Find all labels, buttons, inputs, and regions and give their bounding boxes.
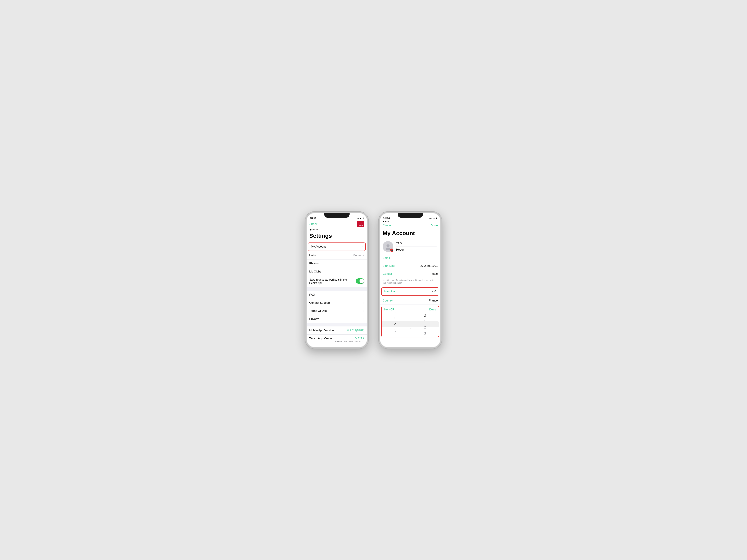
wifi-icon-1: ▲ [360, 217, 362, 220]
wifi-icon-2: ▲ [433, 217, 435, 220]
account-content: 📷 Email Birth Date 23 June 1991 [380, 239, 440, 347]
my-account-label: My Account [311, 245, 362, 248]
save-rounds-toggle[interactable] [356, 278, 364, 284]
picker-column-right[interactable]: 0 1 2 3 [411, 312, 439, 336]
watch-app-version-row: Watch App Version V 2.9.2 Fetched the 28… [307, 335, 367, 345]
terms-label: Terms Of Use [309, 309, 364, 313]
mobile-version-value: V 2.2.2(5989) [347, 329, 364, 332]
svg-text:TAG: TAG [359, 222, 362, 224]
cancel-button[interactable]: Cancel [383, 224, 391, 227]
save-rounds-label: Save rounds as workouts in the Health Ap… [309, 278, 355, 285]
settings-screen: ‹ Back TAG HEUER ◀ Search Settings My Ac… [307, 221, 367, 347]
my-clubs-row[interactable]: My Clubs › [307, 268, 367, 276]
picker-column-left[interactable]: 1 2 3 4 5 6 7 [382, 312, 409, 336]
no-hcp-button[interactable]: No HCP [384, 308, 394, 311]
account-done-button[interactable]: Done [431, 224, 438, 227]
battery-icon-1: ▮ [363, 217, 364, 220]
country-value: France [429, 299, 438, 302]
notch [324, 213, 350, 218]
email-field-row[interactable]: Email [380, 254, 440, 262]
status-time-1: 13:51 [310, 217, 316, 220]
avatar-icon [385, 243, 391, 250]
last-name-input[interactable] [396, 248, 437, 251]
privacy-label: Privacy [309, 317, 364, 321]
avatar-container[interactable]: 📷 [383, 241, 393, 252]
battery-icon-2: ▮ [436, 217, 437, 220]
picker-comma-separator: , [409, 325, 411, 330]
save-rounds-row[interactable]: Save rounds as workouts in the Health Ap… [307, 276, 367, 287]
phone-2: 15:04 ▪▪▪▪ ▲ ▮ ◀ Search Cancel Done My A… [379, 212, 442, 349]
contact-support-row[interactable]: Contact Support › [307, 299, 367, 307]
units-value-wrap: Metres ▾ [353, 254, 364, 257]
back-button[interactable]: ‹ Back [309, 222, 317, 226]
privacy-row[interactable]: Privacy › [307, 315, 367, 323]
first-name-input[interactable] [396, 242, 437, 245]
account-screen: ◀ Search Cancel Done My Account 📷 [380, 221, 440, 347]
back-chevron-icon: ‹ [309, 222, 310, 226]
players-label: Players [309, 262, 364, 265]
faq-chevron-icon: › [364, 293, 364, 296]
birth-date-value: 23 June 1991 [420, 264, 438, 268]
svg-rect-0 [357, 221, 364, 227]
my-account-chevron-icon: › [362, 245, 363, 248]
picker-item-3: 3 [382, 315, 409, 321]
handicap-row[interactable]: Handicap 4.0 [381, 287, 439, 296]
section-gap-2 [307, 323, 367, 327]
privacy-chevron-icon: › [364, 317, 364, 321]
birth-date-label: Birth Date [383, 264, 395, 268]
my-clubs-chevron-icon: › [364, 270, 364, 273]
watch-version-sublabel: Fetched the 28/06/2022 13:51 [335, 340, 364, 342]
signal-icon-1: ▪▪▪ [357, 217, 359, 220]
faq-row[interactable]: FAQ › [307, 291, 367, 299]
picker-item-4-selected: 4 [382, 321, 409, 327]
picker-header: No HCP Done [382, 307, 439, 312]
contact-support-label: Contact Support [309, 301, 364, 305]
picker-decimal-2: 2 [411, 324, 439, 330]
watch-version-value: V 2.9.2 [355, 337, 364, 340]
my-account-row[interactable]: My Account › [308, 243, 366, 251]
status-icons-2: ▪▪▪▪ ▲ ▮ [429, 217, 437, 220]
units-row[interactable]: Units Metres ▾ [307, 252, 367, 260]
avatar-camera-icon[interactable]: 📷 [390, 249, 393, 252]
watch-version-label: Watch App Version [309, 337, 335, 340]
country-row[interactable]: Country France [380, 297, 440, 305]
picker-item-6: 6 [382, 333, 409, 336]
picker-decimal-3: 3 [411, 330, 439, 336]
handicap-picker[interactable]: No HCP Done 1 2 3 4 5 6 7 , [381, 306, 439, 337]
nav-bar-1: ‹ Back TAG HEUER [307, 221, 367, 228]
units-label: Units [309, 254, 353, 257]
settings-content: Settings My Account › Units Metres ▾ Pla… [307, 231, 367, 347]
mobile-version-label: Mobile App Version [309, 329, 347, 332]
birth-date-row[interactable]: Birth Date 23 June 1991 [380, 262, 440, 270]
picker-done-button[interactable]: Done [429, 308, 436, 311]
faq-label: FAQ [309, 293, 364, 297]
picker-decimal-1: 1 [411, 318, 439, 324]
gender-row[interactable]: Gender Male [380, 270, 440, 278]
terms-chevron-icon: › [364, 309, 364, 312]
terms-row[interactable]: Terms Of Use › [307, 307, 367, 315]
country-label: Country [383, 299, 393, 302]
svg-text:HEUER: HEUER [359, 225, 363, 226]
settings-title: Settings [307, 231, 367, 242]
picker-item-5: 5 [382, 327, 409, 333]
tag-heuer-logo: TAG HEUER [357, 221, 364, 227]
svg-point-3 [386, 244, 389, 247]
handicap-label: Handicap [384, 290, 396, 293]
units-value: Metres [353, 254, 362, 257]
back-label[interactable]: Back [311, 223, 317, 226]
account-title: My Account [380, 228, 440, 239]
gender-value: Male [432, 272, 438, 276]
picker-body: 1 2 3 4 5 6 7 , 0 1 2 [382, 312, 439, 336]
handicap-value: 4.0 [432, 290, 436, 293]
name-column [396, 241, 437, 251]
account-nav: Cancel Done [380, 223, 440, 228]
phone-1: 13:51 ▪▪▪ ▲ ▮ ‹ Back TAG HEUER ◀ Search … [305, 212, 368, 349]
gender-hint: Your Gender information will be used to … [380, 278, 440, 286]
contact-support-chevron-icon: › [364, 301, 364, 304]
players-row[interactable]: Players › [307, 260, 367, 268]
notch-2 [397, 213, 423, 218]
my-clubs-label: My Clubs [309, 270, 364, 273]
watch-version-col: V 2.9.2 Fetched the 28/06/2022 13:51 [335, 337, 364, 342]
section-gap-1 [307, 287, 367, 291]
signal-icon-2: ▪▪▪▪ [429, 217, 432, 220]
